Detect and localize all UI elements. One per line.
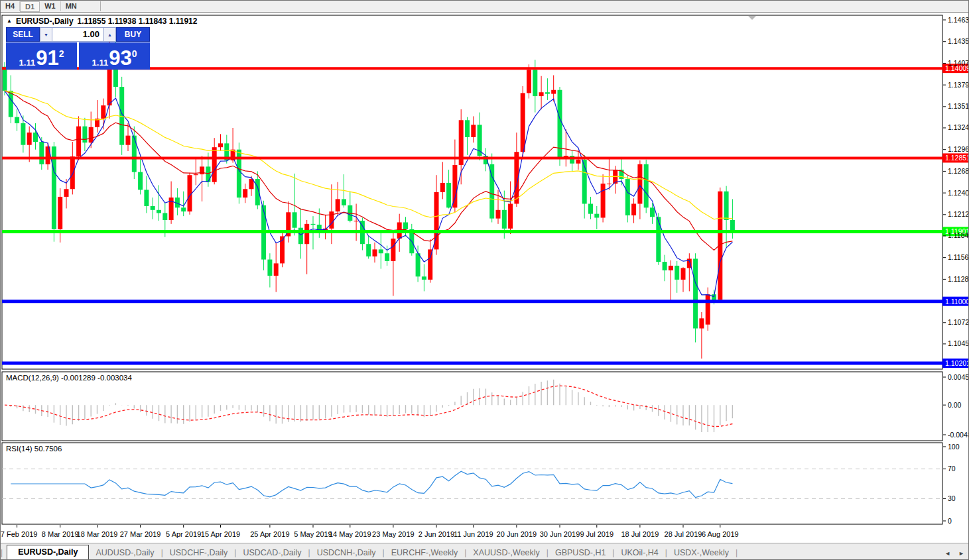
candle-body	[267, 260, 272, 276]
rsi-axis-tick-label: 0	[948, 517, 952, 525]
candle-body	[631, 203, 636, 215]
candle-body	[27, 133, 32, 145]
buy-price-display[interactable]: 1.11 93 0	[79, 42, 150, 70]
candle-body	[218, 143, 223, 147]
candle-body	[89, 127, 94, 142]
timeframe-d1-button[interactable]: D1	[20, 1, 40, 12]
chart-tab[interactable]: EURCHF-,Weekly	[385, 546, 464, 560]
chart-tab[interactable]: GBPUSD-,H1	[549, 546, 612, 560]
chart-title: ▲ EURUSD-,Daily 1.11855 1.11938 1.11843 …	[7, 17, 197, 26]
date-axis-label: 9 Jul 2019	[580, 530, 614, 538]
candle-body	[471, 125, 476, 137]
candle-body	[39, 142, 44, 164]
chart-tab[interactable]: UKOil-,H4	[614, 546, 665, 560]
chart-tab[interactable]: EURUSD-,Daily	[7, 545, 89, 560]
buy-button[interactable]: BUY	[116, 27, 150, 42]
candle-body	[527, 70, 531, 93]
volume-decrease-button[interactable]: ▼	[40, 27, 52, 42]
sell-price-prefix: 1.11	[19, 58, 36, 68]
date-axis-label: 20 Jun 2019	[497, 530, 537, 538]
candle-body	[545, 92, 550, 93]
chart-tab[interactable]: XAUUSD-,Weekly	[466, 546, 546, 560]
macd-panel[interactable]	[2, 372, 942, 441]
timeframe-w1-button[interactable]: W1	[40, 1, 61, 11]
candle-body	[706, 294, 710, 325]
candle-body	[699, 318, 704, 328]
price-axis-tick-label: 1.12400	[948, 189, 969, 197]
date-axis-label: 28 Jul 2019	[665, 530, 702, 538]
macd-axis-tick-label: 0.004517	[948, 373, 969, 381]
chart-tab-bar: | EURUSD-,Daily AUDUSD-,Daily|USDCHF-,Da…	[1, 543, 968, 560]
candle-body	[508, 203, 513, 228]
chart-tab[interactable]: AUDUSD-,Daily	[89, 546, 161, 560]
hline-price-label: 1.10201	[945, 359, 969, 367]
chart-canvas[interactable]: 1.140091.128511.119011.110001.102011.146…	[1, 1, 969, 560]
candle-body	[502, 210, 507, 229]
date-axis-label: 23 May 2019	[372, 530, 415, 538]
candle-body	[82, 127, 87, 143]
volume-increase-button[interactable]: ▲	[103, 27, 116, 42]
candle-body	[181, 207, 186, 211]
chart-tab[interactable]: USDCAD-,Daily	[236, 546, 308, 560]
chart-tab[interactable]: USDCNH-,Daily	[310, 546, 383, 560]
buy-price-pips: 93	[109, 49, 131, 68]
candle-body	[625, 179, 630, 215]
tab-scroll-right-icon[interactable]: ►	[958, 550, 964, 557]
date-axis-label: 27 Feb 2019	[1, 530, 37, 538]
candle-body	[663, 262, 667, 270]
candle-body	[669, 266, 673, 270]
price-axis-tick-label: 1.12120	[948, 210, 969, 218]
candle-body	[243, 189, 247, 197]
spinner-up-icon: ▲	[107, 32, 112, 37]
macd-indicator-label: MACD(12,26,9) -0.001289 -0.003034	[6, 374, 132, 382]
date-axis-label: 18 Mar 2019	[77, 530, 118, 538]
candle-body	[21, 123, 25, 145]
timeframe-toolbar: H4 D1 W1 MN	[1, 1, 968, 13]
rsi-axis-tick-label: 30	[948, 494, 956, 502]
price-axis-tick-label: 1.11565	[948, 253, 969, 261]
candle-body	[33, 133, 38, 142]
candle-body	[521, 93, 525, 152]
date-axis-label: 5 Apr 2019	[166, 530, 201, 538]
candle-body	[650, 207, 655, 217]
candle-body	[637, 164, 642, 204]
date-axis-label: 5 May 2019	[294, 530, 332, 538]
hline-price-label: 1.12851	[945, 154, 969, 162]
candle-body	[496, 210, 501, 219]
price-axis-tick-label: 1.11285	[948, 275, 969, 283]
rsi-indicator-label: RSI(14) 50.7506	[6, 445, 62, 453]
candle-body	[391, 239, 395, 261]
candle-body	[212, 147, 217, 182]
sell-price-pips: 91	[36, 49, 58, 68]
candle-body	[601, 184, 606, 217]
collapse-panel-icon[interactable]: ▲	[7, 18, 12, 24]
macd-axis-tick-label: 0.00	[948, 401, 962, 409]
candle-body	[724, 192, 729, 220]
date-axis-label: 6 Aug 2019	[702, 530, 739, 538]
price-axis-tick-label: 1.13795	[948, 81, 969, 89]
buy-price-prefix: 1.11	[92, 58, 109, 68]
price-axis-tick-label: 1.13240	[948, 123, 969, 131]
candle-body	[15, 117, 19, 123]
sell-button[interactable]: SELL	[6, 27, 40, 42]
macd-axis-tick-label: -0.004806	[948, 431, 969, 439]
candle-body	[576, 160, 580, 164]
candle-body	[403, 223, 408, 230]
timeframe-mn-button[interactable]: MN	[61, 1, 82, 11]
candle-body	[206, 166, 210, 182]
tab-scroll-left-icon[interactable]: ◄	[944, 550, 950, 557]
tab-separator: |	[736, 548, 738, 560]
rsi-panel[interactable]	[2, 443, 942, 524]
mt4-chart-window: H4 D1 W1 MN 1.140091.128511.119011.11000…	[0, 0, 969, 560]
candle-body	[539, 92, 544, 96]
timeframe-h4-button[interactable]: H4	[1, 1, 20, 11]
chart-tab[interactable]: USDX-,Weekly	[667, 546, 736, 560]
candle-body	[58, 197, 62, 229]
chart-tab[interactable]: USDCHF-,Daily	[163, 546, 235, 560]
price-axis-tick-label: 1.12680	[948, 167, 969, 175]
volume-input[interactable]: 1.00	[52, 27, 103, 42]
candle-body	[366, 244, 371, 256]
rsi-axis-tick-label: 70	[948, 465, 956, 473]
sell-price-display[interactable]: 1.11 91 2	[6, 42, 77, 70]
candle-body	[693, 258, 698, 328]
